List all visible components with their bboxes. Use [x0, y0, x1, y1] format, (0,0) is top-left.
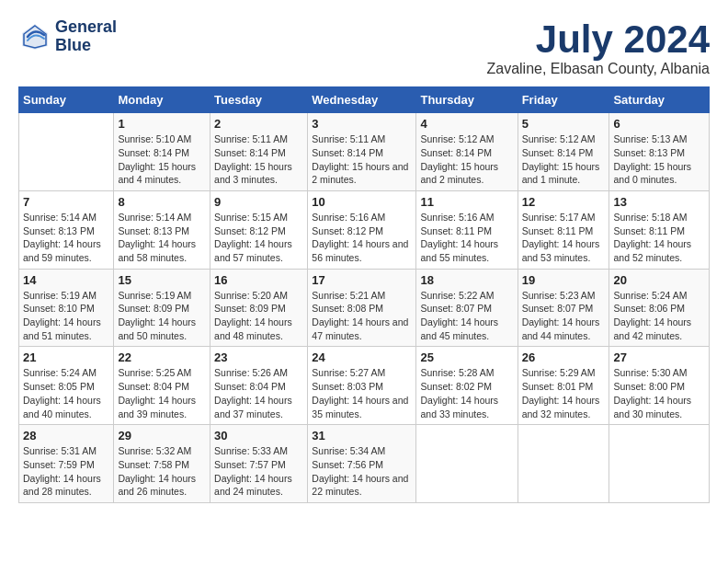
calendar-cell: 21Sunrise: 5:24 AMSunset: 8:05 PMDayligh… — [19, 347, 114, 425]
day-number: 12 — [522, 195, 606, 209]
day-info: Sunrise: 5:13 AMSunset: 8:13 PMDaylight:… — [613, 132, 705, 187]
calendar-table: SundayMondayTuesdayWednesdayThursdayFrid… — [18, 86, 710, 503]
day-number: 18 — [420, 273, 513, 287]
calendar-cell: 18Sunrise: 5:22 AMSunset: 8:07 PMDayligh… — [416, 269, 518, 347]
calendar-cell: 28Sunrise: 5:31 AMSunset: 7:59 PMDayligh… — [19, 425, 114, 503]
calendar-cell: 26Sunrise: 5:29 AMSunset: 8:01 PMDayligh… — [518, 347, 609, 425]
weekday-header: Monday — [114, 87, 210, 113]
day-number: 8 — [118, 195, 206, 209]
day-number: 5 — [522, 117, 606, 131]
day-number: 14 — [23, 273, 109, 287]
calendar-cell: 17Sunrise: 5:21 AMSunset: 8:08 PMDayligh… — [308, 269, 416, 347]
day-number: 4 — [420, 117, 513, 131]
day-info: Sunrise: 5:15 AMSunset: 8:12 PMDaylight:… — [214, 211, 303, 265]
calendar-week-row: 21Sunrise: 5:24 AMSunset: 8:05 PMDayligh… — [19, 347, 710, 425]
day-info: Sunrise: 5:22 AMSunset: 8:07 PMDaylight:… — [420, 289, 513, 343]
calendar-cell: 2Sunrise: 5:11 AMSunset: 8:14 PMDaylight… — [210, 113, 308, 191]
day-number: 9 — [214, 195, 303, 209]
calendar-cell: 15Sunrise: 5:19 AMSunset: 8:09 PMDayligh… — [114, 269, 210, 347]
location-title: Zavaline, Elbasan County, Albania — [486, 61, 710, 77]
calendar-week-row: 28Sunrise: 5:31 AMSunset: 7:59 PMDayligh… — [19, 425, 710, 503]
day-info: Sunrise: 5:10 AMSunset: 8:14 PMDaylight:… — [118, 132, 206, 187]
day-info: Sunrise: 5:16 AMSunset: 8:12 PMDaylight:… — [312, 211, 412, 265]
day-number: 31 — [312, 429, 412, 442]
day-info: Sunrise: 5:23 AMSunset: 8:07 PMDaylight:… — [522, 289, 606, 343]
day-number: 26 — [522, 350, 606, 364]
day-number: 17 — [312, 273, 412, 287]
page-header: General Blue July 2024 Zavaline, Elbasan… — [18, 18, 710, 77]
day-number: 1 — [118, 117, 206, 131]
calendar-cell: 14Sunrise: 5:19 AMSunset: 8:10 PMDayligh… — [19, 269, 114, 347]
calendar-cell: 29Sunrise: 5:32 AMSunset: 7:58 PMDayligh… — [114, 425, 210, 503]
weekday-header: Sunday — [19, 87, 114, 113]
calendar-cell: 23Sunrise: 5:26 AMSunset: 8:04 PMDayligh… — [210, 347, 308, 425]
day-number: 30 — [214, 429, 303, 442]
calendar-cell — [416, 425, 518, 503]
day-number: 11 — [420, 195, 513, 209]
day-number: 19 — [522, 273, 606, 287]
day-info: Sunrise: 5:34 AMSunset: 7:56 PMDaylight:… — [312, 444, 412, 499]
day-info: Sunrise: 5:33 AMSunset: 7:57 PMDaylight:… — [214, 444, 303, 499]
calendar-cell — [19, 113, 114, 191]
calendar-cell: 24Sunrise: 5:27 AMSunset: 8:03 PMDayligh… — [308, 347, 416, 425]
calendar-cell: 31Sunrise: 5:34 AMSunset: 7:56 PMDayligh… — [308, 425, 416, 503]
day-info: Sunrise: 5:17 AMSunset: 8:11 PMDaylight:… — [522, 211, 606, 265]
calendar-cell: 20Sunrise: 5:24 AMSunset: 8:06 PMDayligh… — [609, 269, 710, 347]
day-number: 27 — [613, 350, 705, 364]
calendar-cell: 25Sunrise: 5:28 AMSunset: 8:02 PMDayligh… — [416, 347, 518, 425]
calendar-cell: 12Sunrise: 5:17 AMSunset: 8:11 PMDayligh… — [518, 190, 609, 269]
calendar-cell: 7Sunrise: 5:14 AMSunset: 8:13 PMDaylight… — [19, 190, 114, 269]
weekday-header: Friday — [518, 87, 609, 113]
day-info: Sunrise: 5:14 AMSunset: 8:13 PMDaylight:… — [118, 211, 206, 265]
day-info: Sunrise: 5:28 AMSunset: 8:02 PMDaylight:… — [420, 366, 513, 420]
title-section: July 2024 Zavaline, Elbasan County, Alba… — [486, 18, 710, 77]
day-number: 21 — [23, 350, 109, 364]
calendar-cell: 6Sunrise: 5:13 AMSunset: 8:13 PMDaylight… — [609, 113, 710, 191]
day-number: 29 — [118, 429, 206, 442]
logo-icon — [18, 20, 51, 53]
day-info: Sunrise: 5:19 AMSunset: 8:09 PMDaylight:… — [118, 289, 206, 343]
weekday-header: Thursday — [416, 87, 518, 113]
day-number: 7 — [23, 195, 109, 209]
day-info: Sunrise: 5:30 AMSunset: 8:00 PMDaylight:… — [613, 366, 705, 420]
day-info: Sunrise: 5:11 AMSunset: 8:14 PMDaylight:… — [214, 132, 303, 187]
day-info: Sunrise: 5:25 AMSunset: 8:04 PMDaylight:… — [118, 366, 206, 420]
calendar-week-row: 14Sunrise: 5:19 AMSunset: 8:10 PMDayligh… — [19, 269, 710, 347]
calendar-cell: 13Sunrise: 5:18 AMSunset: 8:11 PMDayligh… — [609, 190, 710, 269]
calendar-cell: 30Sunrise: 5:33 AMSunset: 7:57 PMDayligh… — [210, 425, 308, 503]
calendar-cell: 1Sunrise: 5:10 AMSunset: 8:14 PMDaylight… — [114, 113, 210, 191]
logo-text: General Blue — [55, 18, 117, 55]
day-info: Sunrise: 5:14 AMSunset: 8:13 PMDaylight:… — [23, 211, 109, 265]
day-info: Sunrise: 5:31 AMSunset: 7:59 PMDaylight:… — [23, 444, 109, 499]
calendar-week-row: 7Sunrise: 5:14 AMSunset: 8:13 PMDaylight… — [19, 190, 710, 269]
day-info: Sunrise: 5:21 AMSunset: 8:08 PMDaylight:… — [312, 289, 412, 343]
calendar-cell: 10Sunrise: 5:16 AMSunset: 8:12 PMDayligh… — [308, 190, 416, 269]
day-info: Sunrise: 5:27 AMSunset: 8:03 PMDaylight:… — [312, 366, 412, 420]
day-number: 3 — [312, 117, 412, 131]
calendar-cell: 22Sunrise: 5:25 AMSunset: 8:04 PMDayligh… — [114, 347, 210, 425]
weekday-header: Wednesday — [308, 87, 416, 113]
day-number: 6 — [613, 117, 705, 131]
weekday-header-row: SundayMondayTuesdayWednesdayThursdayFrid… — [19, 87, 710, 113]
calendar-week-row: 1Sunrise: 5:10 AMSunset: 8:14 PMDaylight… — [19, 113, 710, 191]
day-number: 23 — [214, 350, 303, 364]
day-number: 24 — [312, 350, 412, 364]
day-number: 28 — [23, 429, 109, 442]
day-number: 15 — [118, 273, 206, 287]
day-number: 22 — [118, 350, 206, 364]
day-info: Sunrise: 5:12 AMSunset: 8:14 PMDaylight:… — [522, 132, 606, 187]
day-info: Sunrise: 5:24 AMSunset: 8:06 PMDaylight:… — [613, 289, 705, 343]
weekday-header: Saturday — [609, 87, 710, 113]
calendar-cell — [609, 425, 710, 503]
calendar-cell: 4Sunrise: 5:12 AMSunset: 8:14 PMDaylight… — [416, 113, 518, 191]
day-number: 10 — [312, 195, 412, 209]
calendar-cell: 8Sunrise: 5:14 AMSunset: 8:13 PMDaylight… — [114, 190, 210, 269]
calendar-cell: 5Sunrise: 5:12 AMSunset: 8:14 PMDaylight… — [518, 113, 609, 191]
calendar-cell — [518, 425, 609, 503]
day-number: 16 — [214, 273, 303, 287]
calendar-cell: 11Sunrise: 5:16 AMSunset: 8:11 PMDayligh… — [416, 190, 518, 269]
logo: General Blue — [18, 18, 117, 55]
day-info: Sunrise: 5:18 AMSunset: 8:11 PMDaylight:… — [613, 211, 705, 265]
weekday-header: Tuesday — [210, 87, 308, 113]
day-info: Sunrise: 5:29 AMSunset: 8:01 PMDaylight:… — [522, 366, 606, 420]
